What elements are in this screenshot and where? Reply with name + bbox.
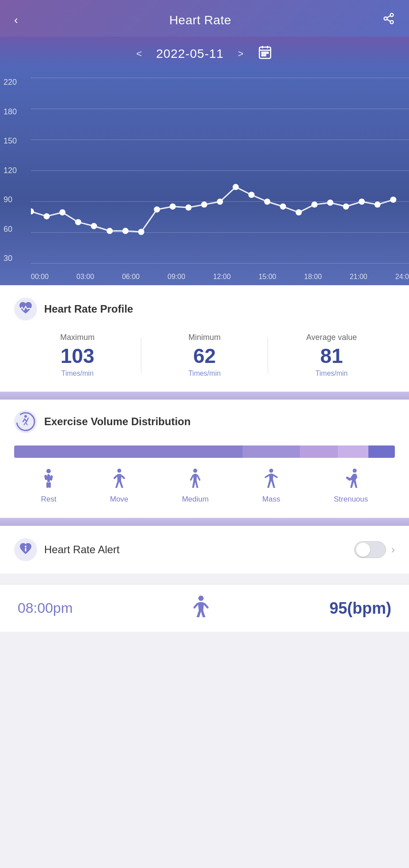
bar-mass [338,445,368,458]
data-point [327,200,333,206]
data-point [343,204,349,210]
svg-line-4 [387,16,390,18]
exercise-section-icon [14,410,37,433]
x-label-1500: 15:00 [258,273,276,281]
svg-rect-10 [265,52,266,53]
prev-date-button[interactable]: < [136,48,142,60]
alert-toggle[interactable] [354,541,386,558]
category-move: Move [110,468,129,504]
x-label-0000: 00:00 [31,273,49,281]
data-point [311,201,318,208]
exercise-volume-section: Exercise Volume Distribution Rest [0,400,409,518]
grid-line [31,263,409,264]
y-label-150: 150 [4,136,17,146]
svg-point-18 [46,469,51,473]
data-point [154,206,160,212]
data-point [201,201,207,208]
bar-move [242,445,299,458]
y-axis-labels: 220 180 150 120 90 60 30 [4,78,17,263]
heart-rate-line [31,187,393,232]
maximum-unit: Times/min [61,370,94,377]
y-label-30: 30 [4,254,17,263]
data-point [138,229,144,235]
y-label-120: 120 [4,166,17,175]
data-point [264,199,270,205]
svg-point-24 [117,469,121,473]
maximum-label: Maximum [60,333,95,342]
heart-rate-profile-section: Heart Rate Profile Maximum 103 Times/min… [0,285,409,392]
page-gap [0,574,409,581]
svg-rect-12 [262,55,263,56]
stats-row: Maximum 103 Times/min Minimum 62 Times/m… [14,333,395,377]
move-icon [113,468,126,491]
calendar-button[interactable] [258,45,273,63]
medium-icon [189,468,202,491]
exercise-section-header: Exercise Volume Distribution [14,410,395,433]
data-point [233,184,239,190]
average-value: 81 [320,346,343,366]
rest-icon [42,468,55,491]
category-medium: Medium [182,468,208,504]
exercise-distribution-bar [14,445,395,458]
section-divider-1 [0,392,409,400]
svg-rect-11 [267,52,269,53]
y-label-60: 60 [4,225,17,234]
rest-label: Rest [41,495,57,504]
heart-rate-alert-section[interactable]: Heart Rate Alert › [0,526,409,574]
svg-point-29 [25,546,27,547]
data-point [359,199,365,205]
move-label: Move [110,495,129,504]
svg-line-3 [387,19,390,22]
minimum-unit: Times/min [188,370,220,377]
data-point [31,208,34,215]
x-label-1800: 18:00 [304,273,322,281]
data-point [295,209,302,215]
bar-strenuous [368,445,395,458]
data-point [170,204,176,210]
data-point [91,223,97,229]
minimum-stat: Minimum 62 Times/min [141,333,268,377]
strenuous-icon [341,468,361,491]
category-strenuous: Strenuous [334,468,368,504]
x-axis-labels: 00:00 03:00 06:00 09:00 12:00 15:00 18:0… [31,273,409,281]
chart-container: 220 180 150 120 90 60 30 00:00 03:00 06:… [0,73,409,285]
y-label-90: 90 [4,195,17,204]
svg-rect-23 [49,482,51,488]
data-point [217,199,223,205]
category-rest: Rest [41,468,57,504]
svg-rect-22 [46,482,49,488]
data-point [280,204,286,210]
current-date: 2022-05-11 [156,47,223,61]
svg-point-17 [24,415,27,418]
profile-section-header: Heart Rate Profile [14,298,395,321]
bar-medium [300,445,338,458]
category-mass: Mass [262,468,280,504]
heart-rate-profile-icon [14,298,37,321]
data-point [59,209,65,215]
strenuous-label: Strenuous [334,495,368,504]
medium-label: Medium [182,495,208,504]
alert-chevron[interactable]: › [391,543,395,556]
x-label-0900: 09:00 [167,273,185,281]
page-title: Heart Rate [169,13,231,27]
share-button[interactable] [382,12,395,28]
profile-section-title: Heart Rate Profile [44,303,133,315]
bottom-person-icon [192,595,210,621]
svg-rect-9 [262,52,263,53]
average-unit: Times/min [315,370,348,377]
svg-rect-13 [265,55,266,56]
exercise-section-title: Exercise Volume Distribution [44,415,191,428]
bottom-bpm: 95(bpm) [329,599,391,618]
svg-point-31 [198,596,204,601]
next-date-button[interactable]: > [238,48,244,60]
y-label-180: 180 [4,107,17,117]
minimum-value: 62 [193,346,216,366]
back-button[interactable]: ‹ [14,13,18,27]
svg-rect-19 [47,474,50,482]
mass-label: Mass [262,495,280,504]
data-point [375,201,381,208]
x-label-2100: 21:00 [350,273,367,281]
data-point [44,213,50,219]
x-label-0300: 03:00 [76,273,94,281]
data-point [122,228,129,234]
